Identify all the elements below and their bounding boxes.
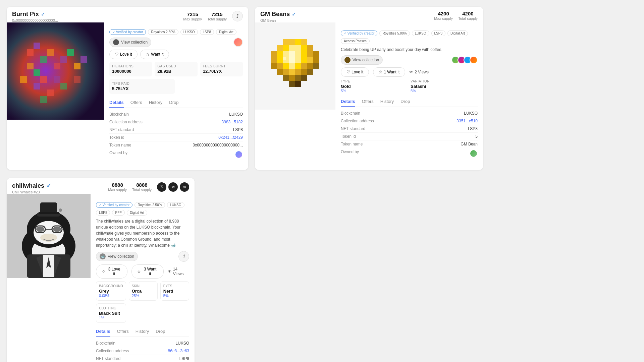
chill-tab-details[interactable]: Details bbox=[96, 327, 110, 337]
svg-rect-53 bbox=[307, 63, 313, 69]
gm-want-icon: ☆ bbox=[379, 70, 382, 74]
burnt-pix-name: Burnt Pix bbox=[12, 11, 39, 18]
svg-rect-6 bbox=[54, 63, 60, 69]
gm-detail-collection-address: Collection address 3351...c510 bbox=[341, 117, 478, 125]
social-icon-2[interactable]: ⊗ bbox=[168, 182, 178, 192]
chillwhales-tabs: Details Offers History Drop bbox=[96, 327, 189, 337]
burnt-pix-header: Burnt Pix ✓ 0x0000000000000000000... 721… bbox=[7, 7, 248, 22]
chill-share-btn[interactable]: ⤴ bbox=[178, 251, 189, 262]
svg-rect-11 bbox=[67, 49, 74, 56]
svg-rect-24 bbox=[301, 39, 307, 45]
gm-variation: VARIATION Satashi 5% bbox=[411, 79, 478, 93]
chill-heart-icon: ♡ bbox=[102, 269, 105, 274]
gm-tab-history[interactable]: History bbox=[380, 97, 394, 107]
gm-type: TYPE Gold 5% bbox=[341, 79, 408, 93]
gm-beans-total-supply: 4200 Total supply bbox=[458, 11, 478, 20]
love-it-label: Love it bbox=[120, 52, 132, 57]
chillwhales-name: chillwhales bbox=[12, 182, 44, 189]
burnt-pix-card: Burnt Pix ✓ 0x0000000000000000000... 721… bbox=[7, 7, 248, 170]
chill-views-label: 14 Views bbox=[173, 267, 189, 276]
svg-rect-22 bbox=[289, 39, 295, 45]
gm-beans-svg bbox=[265, 33, 325, 100]
chill-collection-icon: 🐋 bbox=[100, 253, 106, 259]
chillwhales-right-panel: ✓ Verified by creator Royalties 2.50% LU… bbox=[91, 194, 195, 362]
svg-rect-68 bbox=[283, 57, 286, 60]
social-icon-3[interactable]: ⊕ bbox=[180, 182, 189, 192]
burnt-pix-max-supply: 7215 Max supply bbox=[183, 11, 202, 21]
chill-want-it-btn[interactable]: ☆ 3 Want it bbox=[131, 264, 164, 279]
burnt-pix-content: ✓ Verified by creator Royalties 2.50% LU… bbox=[7, 22, 248, 164]
svg-rect-4 bbox=[40, 56, 47, 63]
gm-engagement-row: ♡ Love it ☆ 1 Want it 👁 2 Views bbox=[341, 67, 478, 77]
chill-view-collection-btn[interactable]: 🐋 View collection bbox=[96, 252, 138, 261]
svg-rect-58 bbox=[295, 69, 301, 75]
tab-details[interactable]: Details bbox=[109, 98, 124, 108]
burnt-pix-verified: ✓ bbox=[41, 12, 45, 17]
chill-tab-drop[interactable]: Drop bbox=[156, 327, 165, 337]
chillwhales-details-content: Blockchain LUKSO Collection address 86e8… bbox=[96, 340, 189, 362]
gm-tab-drop[interactable]: Drop bbox=[400, 97, 410, 107]
gm-tag-verified: ✓ Verified by creator bbox=[341, 31, 377, 36]
social-icon-1[interactable]: 𝕏 bbox=[157, 182, 166, 192]
tag-royalties: Royalties 2.50% bbox=[148, 29, 178, 35]
chillwhales-verified: ✓ bbox=[46, 182, 51, 189]
view-collection-btn[interactable]: View collection bbox=[109, 38, 151, 47]
chill-love-it-btn[interactable]: ♡ 3 Love it bbox=[96, 264, 127, 279]
gm-detail-blockchain: Blockchain LUKSO bbox=[341, 110, 478, 117]
gm-detail-nft-standard: NFT standard LSP8 bbox=[341, 125, 478, 133]
detail-collection-address: Collection address 3983...5182 bbox=[109, 118, 243, 126]
svg-rect-33 bbox=[283, 51, 289, 57]
burnt-pix-share-btn[interactable]: ⤴ bbox=[232, 11, 243, 21]
svg-rect-51 bbox=[295, 63, 301, 69]
gm-tab-offers[interactable]: Offers bbox=[362, 97, 374, 107]
chill-tab-offers[interactable]: Offers bbox=[117, 327, 129, 337]
svg-rect-54 bbox=[313, 63, 319, 69]
gm-detail-token-name: Token name GM Bean bbox=[341, 140, 478, 148]
gm-views: 👁 2 Views bbox=[409, 67, 429, 77]
gm-beans-content: ✓ Verified by creator Royalties 5.00% LU… bbox=[255, 22, 483, 165]
chill-eye-icon: 👁 bbox=[168, 269, 172, 274]
svg-rect-19 bbox=[80, 56, 87, 63]
gm-beans-name: GM Beans bbox=[260, 11, 290, 18]
svg-rect-59 bbox=[301, 69, 307, 75]
tab-offers[interactable]: Offers bbox=[130, 98, 142, 108]
chill-view-collection-row: 🐋 View collection ⤴ bbox=[96, 251, 189, 262]
gm-beans-title: GM Beans ✓ bbox=[260, 11, 296, 18]
chill-tag-digital-art: Digital Art bbox=[127, 210, 147, 216]
gm-love-it-btn[interactable]: ♡ Love it bbox=[341, 67, 369, 77]
svg-rect-56 bbox=[283, 69, 289, 75]
gm-beans-card: GM Beans ✓ GM Bean 4200 Max supply 4200 … bbox=[255, 7, 483, 170]
love-it-btn[interactable]: ♡ Love it bbox=[109, 50, 138, 59]
svg-rect-37 bbox=[307, 51, 313, 57]
tab-drop[interactable]: Drop bbox=[169, 98, 178, 108]
gm-beans-view-collection-btn[interactable]: View collection bbox=[341, 55, 383, 65]
attr-clothing: CLOTHING Black Suit 1% bbox=[96, 303, 126, 323]
gm-tab-details[interactable]: Details bbox=[341, 97, 355, 107]
want-it-btn[interactable]: ☆ Want it bbox=[140, 50, 169, 59]
gm-beans-header: GM Beans ✓ GM Bean 4200 Max supply 4200 … bbox=[255, 7, 483, 22]
star-icon: ☆ bbox=[146, 52, 150, 57]
tab-history[interactable]: History bbox=[149, 98, 162, 108]
svg-rect-61 bbox=[283, 75, 289, 81]
detail-owned-by: Owned by bbox=[109, 149, 243, 160]
svg-rect-16 bbox=[34, 83, 40, 89]
svg-rect-40 bbox=[277, 57, 283, 63]
chill-tab-history[interactable]: History bbox=[136, 327, 149, 337]
chillwhales-subtitle: Chill Whales #23 bbox=[12, 190, 51, 194]
gm-beans-supply: 4200 Max supply 4200 Total supply bbox=[434, 11, 478, 20]
gm-beans-right-panel: ✓ Verified by creator Royalties 5.00% LU… bbox=[335, 22, 483, 165]
svg-rect-47 bbox=[271, 63, 277, 69]
gm-collection-icon bbox=[344, 57, 351, 63]
fees-burnt-stat: FEES BURNT 12.70LYX bbox=[200, 62, 243, 76]
gm-tag-royalties: Royalties 5.00% bbox=[379, 31, 410, 36]
owner-avatar bbox=[233, 38, 243, 47]
svg-rect-48 bbox=[277, 63, 283, 69]
chill-views: 👁 14 Views bbox=[168, 264, 189, 279]
chillwhales-description: The chillwhales are a digital collection… bbox=[96, 218, 189, 248]
gm-want-it-btn[interactable]: ☆ 1 Want it bbox=[373, 67, 405, 77]
svg-rect-25 bbox=[277, 45, 283, 51]
burnt-pix-details-content: Blockchain LUKSO Collection address 3983… bbox=[109, 111, 243, 160]
svg-rect-20 bbox=[40, 96, 47, 103]
chill-tag-lukso: LUKSO bbox=[167, 202, 184, 208]
chill-view-collection-label: View collection bbox=[108, 254, 134, 259]
